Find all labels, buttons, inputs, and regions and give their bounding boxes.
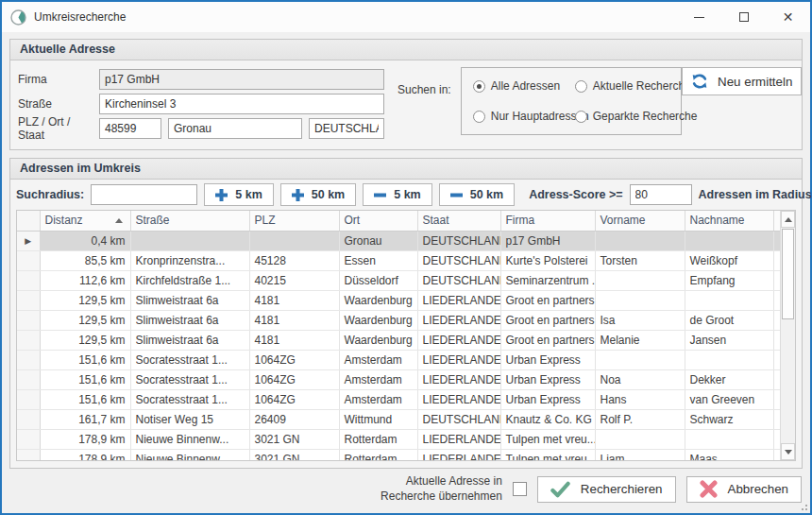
table-row[interactable]: 151,6 kmSocratesstraat 1...1064ZGAmsterd… (17, 369, 786, 389)
km-button-label: 5 km (394, 188, 421, 201)
row-indicator-cell (17, 290, 40, 310)
uebernehmen-checkbox[interactable] (513, 482, 527, 496)
uebernehmen-checkbox-label: Aktuelle Adresse in Recherche übernehmen (381, 474, 502, 504)
neu-ermitteln-button[interactable]: Neu ermitteln (682, 67, 802, 95)
maximize-icon (739, 12, 749, 22)
plz-ort-staat-label: PLZ / Ort / Staat (16, 115, 99, 142)
table-row[interactable]: 85,5 kmKronprinzenstra...45128EssenDEUTS… (17, 250, 786, 270)
maximize-button[interactable] (721, 2, 766, 32)
scroll-down-button[interactable] (781, 443, 795, 460)
cell-firma: Urban Express (500, 389, 595, 409)
cell-strae: Slimweistraat 6a (130, 290, 249, 310)
cell-plz: 1064ZG (249, 350, 339, 369)
cell-staat: LIEDERLANDE (417, 290, 500, 310)
minus-icon (450, 189, 463, 201)
minimize-button[interactable] (677, 2, 721, 32)
row-indicator-cell (17, 409, 40, 429)
staat-field[interactable] (309, 118, 384, 139)
radio-nur-hauptadressen[interactable]: Nur Hauptadressen (473, 110, 575, 123)
cell-ort: Amsterdam (339, 389, 417, 409)
cell-nachname: Schwarz (685, 409, 773, 429)
cell-ort: Amsterdam (339, 369, 417, 389)
add-5-km-button[interactable]: 5 km (204, 183, 274, 206)
table-row[interactable]: ▶0,4 kmGronauDEUTSCHLANDp17 GmbH (17, 231, 786, 250)
cell-ort: Waardenburg (339, 330, 417, 350)
firma-field[interactable] (99, 69, 384, 90)
radio-aktuelle-recherche[interactable]: Aktuelle Recherche (575, 79, 698, 93)
cell-plz (249, 231, 339, 250)
col-strasse[interactable]: Straße (130, 211, 249, 231)
cell-firma: Urban Express (500, 369, 595, 389)
table-row[interactable]: 151,6 kmSocratesstraat 1...1064ZGAmsterd… (17, 389, 786, 409)
col-nachname[interactable]: Nachname (685, 211, 773, 231)
close-button[interactable]: ✕ (766, 2, 810, 32)
row-indicator-cell (17, 350, 40, 369)
cell-staat: LIEDERLANDE (417, 389, 500, 409)
row-indicator-cell (17, 250, 40, 270)
cell-vorname (595, 231, 685, 250)
recherchieren-button[interactable]: Recherchieren (537, 476, 676, 503)
plz-field[interactable] (99, 118, 161, 139)
cell-plz: 4181 (249, 310, 339, 330)
cell-distanz: 112,6 km (40, 270, 130, 290)
cell-nachname (685, 350, 773, 369)
current-address-group: Aktuelle Adresse Firma Straße PLZ / Ort … (9, 39, 803, 150)
table-row[interactable]: 129,5 kmSlimweistraat 6a4181WaardenburgL… (17, 310, 786, 330)
adress-score-input[interactable] (630, 184, 692, 205)
cell-firma: Kurte's Polsterei (500, 250, 595, 270)
resize-grip[interactable] (799, 502, 807, 510)
scrollbar-thumb[interactable] (782, 229, 794, 319)
cell-strae: Socratesstraat 1... (130, 389, 249, 409)
table-row[interactable]: 161,7 kmNotiser Weg 1526409WittmundDEUTS… (17, 409, 786, 429)
cell-distanz: 161,7 km (40, 409, 130, 429)
km-button-label: 50 km (312, 188, 345, 201)
col-staat[interactable]: Staat (417, 211, 500, 231)
cell-vorname (595, 350, 685, 369)
col-ort[interactable]: Ort (339, 211, 417, 231)
cell-vorname: Liam (595, 449, 685, 461)
km-buttons: 5 km50 km5 km50 km (204, 183, 515, 206)
cell-nachname (685, 290, 773, 310)
cell-vorname (595, 270, 685, 290)
col-vorname[interactable]: Vorname (595, 211, 685, 231)
table-row[interactable]: 178,9 kmNieuwe Binnenw...3021 GNRotterda… (17, 429, 786, 449)
suchradius-input[interactable] (91, 184, 197, 205)
col-distanz[interactable]: Distanz (40, 211, 130, 231)
cell-ort: Gronau (339, 231, 417, 250)
abbrechen-button[interactable]: Abbrechen (686, 476, 802, 503)
row-indicator-cell (17, 369, 40, 389)
table-row[interactable]: 129,5 kmSlimweistraat 6a4181WaardenburgL… (17, 290, 786, 310)
radio-icon (473, 111, 485, 123)
neu-ermitteln-label: Neu ermitteln (718, 75, 792, 89)
subtract-50-km-button[interactable]: 50 km (439, 183, 515, 206)
radio-label: Geparkte Recherche (593, 110, 698, 123)
dialog-footer: Aktuelle Adresse in Recherche übernehmen… (2, 469, 810, 513)
row-indicator-header (17, 211, 40, 231)
row-indicator-cell (17, 270, 40, 290)
table-row[interactable]: 112,6 kmKirchfeldstraße 1...40215Düsseld… (17, 270, 786, 290)
subtract-5-km-button[interactable]: 5 km (363, 183, 432, 206)
table-row[interactable]: 151,6 kmSocratesstraat 1...1064ZGAmsterd… (17, 350, 786, 369)
table-row[interactable]: 129,5 kmSlimweistraat 6a4181WaardenburgL… (17, 330, 786, 350)
strasse-field[interactable] (99, 94, 384, 114)
cell-ort: Waardenburg (339, 310, 417, 330)
radio-geparkte-recherche[interactable]: Geparkte Recherche (575, 110, 698, 123)
km-button-label: 50 km (470, 188, 503, 201)
col-firma[interactable]: Firma (500, 211, 595, 231)
scroll-up-button[interactable] (781, 211, 795, 228)
firma-label: Firma (16, 73, 99, 86)
cell-plz: 3021 GN (249, 449, 339, 461)
add-50-km-button[interactable]: 50 km (280, 183, 356, 206)
cell-firma: p17 GmbH (500, 231, 595, 250)
ort-field[interactable] (168, 118, 302, 139)
cell-vorname: Rolf P. (595, 409, 685, 429)
vertical-scrollbar[interactable] (780, 211, 795, 460)
col-plz[interactable]: PLZ (249, 211, 339, 231)
table-row[interactable]: 178,9 kmNieuwe Binnenw...3021 GNRotterda… (17, 449, 786, 461)
cell-nachname (685, 429, 773, 449)
cell-vorname: Melanie (595, 330, 685, 350)
radio-alle-adressen[interactable]: Alle Adressen (473, 79, 575, 93)
results-table: Distanz Straße PLZ Ort Staat Firma Vorna… (17, 211, 787, 461)
cell-nachname: van Greeven (685, 389, 773, 409)
cell-strae: Nieuwe Binnenw... (130, 449, 249, 461)
